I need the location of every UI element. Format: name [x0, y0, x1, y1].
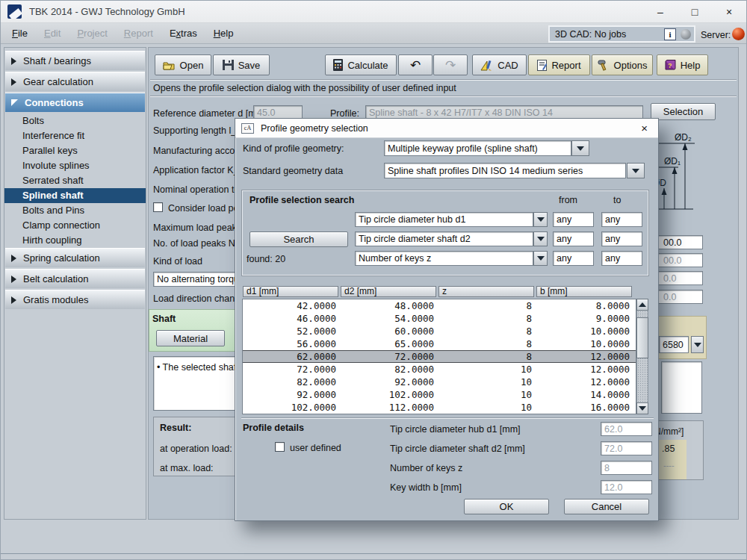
sidebar-section-gear-calculation[interactable]: Gear calculation — [5, 72, 145, 91]
sidebar-section-spring-calculation[interactable]: Spring calculation — [5, 248, 145, 267]
ok-button[interactable]: OK — [464, 499, 549, 514]
options-button-label: Options — [614, 60, 648, 71]
window-bottom-divider — [1, 553, 746, 554]
save-button-label: Save — [238, 60, 261, 71]
sidebar-item-involute-splines[interactable]: Involute splines — [4, 158, 146, 173]
open-folder-icon — [163, 60, 176, 70]
max-load-peak-label: Maximum load peak t — [153, 223, 242, 233]
close-button[interactable]: × — [712, 1, 746, 22]
table-row[interactable]: 72.000082.00001012.0000 — [243, 363, 636, 376]
material-combo-value[interactable]: 6580 — [659, 336, 689, 353]
sidebar-section-shaft-bearings[interactable]: Shaft / bearings — [5, 51, 145, 70]
dialog-close-icon[interactable]: × — [636, 122, 652, 134]
scroll-up-icon[interactable] — [636, 299, 648, 311]
menu-extras[interactable]: Extras — [161, 25, 205, 41]
table-row[interactable]: 56.000065.0000810.0000 — [243, 337, 636, 350]
open-button[interactable]: Open — [155, 55, 211, 75]
consider-load-checkbox[interactable] — [153, 202, 163, 212]
sidebar-item-splined-shaft[interactable]: Splined shaft — [4, 188, 146, 203]
sidebar-item-serrated-shaft[interactable]: Serrated shaft — [4, 173, 146, 188]
calculate-button[interactable]: Calculate — [325, 55, 397, 75]
reference-diameter-label: Reference diameter d [mm]: — [153, 108, 269, 119]
help-button-label: Help — [681, 60, 701, 71]
table-row[interactable]: 82.000092.00001012.0000 — [243, 376, 636, 388]
search-criterion-combo-1[interactable]: Tip circle diameter hub d1 — [355, 212, 533, 227]
table-row[interactable]: 62.000072.0000812.0000 — [243, 350, 636, 363]
kind-of-profile-label: Kind of profile geometry: — [243, 143, 344, 154]
cad-button[interactable]: CAD — [472, 55, 527, 75]
search-criterion-combo-2[interactable]: Tip circle diameter shaft d2 — [355, 231, 533, 246]
profile-geometry-dialog: cA Profile geometry selection × Kind of … — [235, 118, 659, 521]
material-combo-arrow[interactable] — [691, 336, 704, 353]
report-button[interactable]: Report — [528, 55, 590, 75]
sidebar-item-parallel-keys[interactable]: Parallel keys — [4, 143, 146, 158]
table-column-b-mm[interactable]: b [mm] — [536, 286, 632, 297]
scroll-down-icon[interactable] — [636, 402, 648, 414]
detail-value-b[interactable] — [601, 480, 652, 494]
found-count-label: found: 20 — [247, 254, 285, 264]
sidebar-section-belt-calculation[interactable]: Belt calculation — [5, 269, 145, 288]
table-cell: 8 — [440, 313, 536, 324]
profile-table-header: d1 [mm]d2 [mm]zb [mm] — [241, 286, 649, 297]
detail-value-d2[interactable] — [601, 441, 652, 455]
menu-help[interactable]: Help — [205, 25, 242, 41]
sidebar-section-gratis-modules[interactable]: Gratis modules — [5, 290, 145, 309]
sidebar-item-hirth-coupling[interactable]: Hirth coupling — [4, 233, 146, 248]
search-to-input-1[interactable] — [601, 212, 642, 227]
scrollbar-thumb[interactable] — [636, 317, 648, 358]
expanded-triangle-icon — [11, 99, 18, 106]
table-row[interactable]: 102.0000112.00001016.0000 — [243, 401, 636, 414]
table-column-d1-mm[interactable]: d1 [mm] — [243, 286, 338, 297]
material-button[interactable]: Material — [156, 330, 225, 346]
sidebar-item-interference-fit[interactable]: Interference fit — [4, 128, 146, 143]
redo-button[interactable]: ↷ — [433, 55, 468, 75]
cancel-button[interactable]: Cancel — [564, 499, 649, 514]
search-from-input-3[interactable] — [553, 251, 594, 266]
search-criterion-combo-3[interactable]: Number of keys z — [355, 251, 533, 266]
table-row[interactable]: 42.000048.000088.0000 — [243, 299, 636, 312]
cad-status-box: 3D CAD: No jobs i — [548, 25, 695, 43]
standard-geometry-combo-arrow[interactable] — [627, 163, 645, 178]
svg-text:?: ? — [668, 62, 672, 69]
info-icon[interactable]: i — [664, 28, 676, 40]
search-to-input-3[interactable] — [601, 251, 642, 266]
standard-geometry-combo[interactable]: Spline shaft profiles DIN ISO 14 medium … — [384, 163, 626, 178]
menu-file[interactable]: File — [4, 25, 36, 41]
search-from-input-1[interactable] — [553, 212, 594, 227]
result-title: Result: — [160, 423, 191, 433]
detail-value-d1[interactable] — [601, 422, 652, 436]
help-button[interactable]: ? Help — [657, 55, 708, 75]
search-criterion-combo-2-arrow[interactable] — [533, 231, 548, 246]
table-row[interactable]: 46.000054.000089.0000 — [243, 312, 636, 325]
sidebar-item-clamp-connection[interactable]: Clamp connection — [4, 218, 146, 233]
table-scrollbar[interactable] — [636, 299, 648, 414]
table-column-z[interactable]: z — [438, 286, 534, 297]
collapsed-triangle-icon — [11, 57, 16, 65]
table-row[interactable]: 92.0000102.00001014.0000 — [243, 388, 636, 401]
table-cell: 48.0000 — [342, 300, 438, 311]
undo-button[interactable]: ↶ — [398, 55, 433, 75]
search-criterion-combo-1-arrow[interactable] — [533, 212, 548, 227]
search-from-input-2[interactable] — [553, 231, 594, 246]
selection-button[interactable]: Selection — [651, 103, 716, 120]
detail-value-z[interactable] — [601, 461, 652, 475]
kind-of-profile-combo[interactable]: Multiple keyway profile (spline shaft) — [384, 140, 571, 156]
search-criterion-combo-3-arrow[interactable] — [533, 251, 548, 266]
user-defined-checkbox[interactable] — [275, 442, 285, 452]
maximize-button[interactable]: □ — [678, 1, 712, 22]
table-column-d2-mm[interactable]: d2 [mm] — [341, 286, 436, 297]
search-to-input-2[interactable] — [601, 231, 642, 246]
options-button[interactable]: Options — [592, 55, 653, 75]
sidebar-item-bolts[interactable]: Bolts — [4, 113, 146, 128]
minimize-button[interactable]: – — [643, 1, 678, 22]
result-operation-load-label: at operation load: — [160, 444, 232, 454]
kind-of-profile-combo-arrow[interactable] — [571, 140, 589, 156]
sidebar-section-connections[interactable]: Connections — [5, 93, 145, 112]
calculate-button-label: Calculate — [347, 60, 388, 71]
search-button[interactable]: Search — [249, 231, 348, 247]
save-button[interactable]: Save — [213, 55, 270, 75]
from-header: from — [559, 195, 577, 205]
table-row[interactable]: 52.000060.0000810.0000 — [243, 325, 636, 337]
sidebar-item-bolts-and-pins[interactable]: Bolts and Pins — [4, 203, 146, 218]
sidebar-section-label: Shaft / bearings — [23, 55, 91, 66]
